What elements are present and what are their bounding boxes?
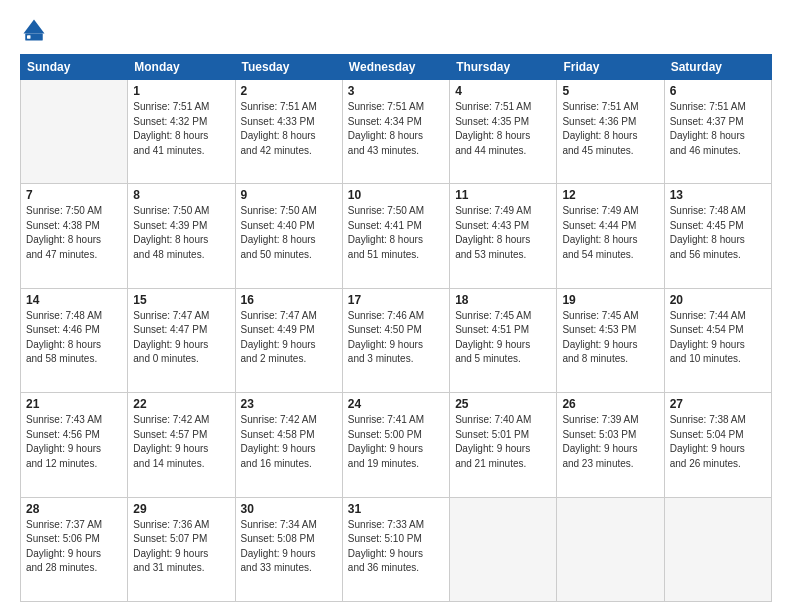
- cell-info-line: Sunset: 4:57 PM: [133, 428, 229, 443]
- cell-info-line: Daylight: 8 hours: [26, 338, 122, 353]
- calendar-day-header: Wednesday: [342, 55, 449, 80]
- day-number: 10: [348, 188, 444, 202]
- cell-info-line: Sunset: 4:44 PM: [562, 219, 658, 234]
- day-number: 9: [241, 188, 337, 202]
- calendar-cell: [21, 80, 128, 184]
- cell-info-line: Sunset: 4:53 PM: [562, 323, 658, 338]
- cell-info-line: Daylight: 8 hours: [562, 233, 658, 248]
- calendar-week-row: 7Sunrise: 7:50 AMSunset: 4:38 PMDaylight…: [21, 184, 772, 288]
- cell-info-line: Sunset: 4:45 PM: [670, 219, 766, 234]
- calendar-cell: 4Sunrise: 7:51 AMSunset: 4:35 PMDaylight…: [450, 80, 557, 184]
- cell-info-line: and 26 minutes.: [670, 457, 766, 472]
- cell-info-line: Daylight: 9 hours: [348, 547, 444, 562]
- calendar-cell: 27Sunrise: 7:38 AMSunset: 5:04 PMDayligh…: [664, 393, 771, 497]
- cell-info-line: Sunrise: 7:50 AM: [241, 204, 337, 219]
- cell-info-line: Daylight: 8 hours: [241, 129, 337, 144]
- cell-info-line: Daylight: 9 hours: [562, 442, 658, 457]
- cell-info-line: Sunrise: 7:46 AM: [348, 309, 444, 324]
- cell-info-line: Sunset: 5:08 PM: [241, 532, 337, 547]
- cell-info-line: and 12 minutes.: [26, 457, 122, 472]
- cell-info-line: Sunset: 4:51 PM: [455, 323, 551, 338]
- cell-info-line: Daylight: 8 hours: [455, 129, 551, 144]
- cell-info-line: Daylight: 9 hours: [26, 547, 122, 562]
- day-number: 20: [670, 293, 766, 307]
- cell-info-line: and 51 minutes.: [348, 248, 444, 263]
- cell-info-line: Daylight: 9 hours: [670, 442, 766, 457]
- day-number: 15: [133, 293, 229, 307]
- calendar-cell: 10Sunrise: 7:50 AMSunset: 4:41 PMDayligh…: [342, 184, 449, 288]
- calendar-cell: 8Sunrise: 7:50 AMSunset: 4:39 PMDaylight…: [128, 184, 235, 288]
- day-number: 30: [241, 502, 337, 516]
- cell-info-line: Sunset: 4:58 PM: [241, 428, 337, 443]
- cell-info-line: and 41 minutes.: [133, 144, 229, 159]
- day-number: 6: [670, 84, 766, 98]
- cell-info-line: and 2 minutes.: [241, 352, 337, 367]
- cell-info-line: Daylight: 9 hours: [455, 442, 551, 457]
- cell-info-line: Sunrise: 7:43 AM: [26, 413, 122, 428]
- calendar-cell: 6Sunrise: 7:51 AMSunset: 4:37 PMDaylight…: [664, 80, 771, 184]
- calendar-cell: 17Sunrise: 7:46 AMSunset: 4:50 PMDayligh…: [342, 288, 449, 392]
- cell-info-line: Sunrise: 7:42 AM: [241, 413, 337, 428]
- day-number: 18: [455, 293, 551, 307]
- day-number: 29: [133, 502, 229, 516]
- day-number: 14: [26, 293, 122, 307]
- calendar-cell: 2Sunrise: 7:51 AMSunset: 4:33 PMDaylight…: [235, 80, 342, 184]
- cell-info-line: Sunset: 4:40 PM: [241, 219, 337, 234]
- calendar-cell: [664, 497, 771, 601]
- day-number: 23: [241, 397, 337, 411]
- cell-info-line: and 23 minutes.: [562, 457, 658, 472]
- cell-info-line: Daylight: 8 hours: [455, 233, 551, 248]
- day-number: 12: [562, 188, 658, 202]
- cell-info-line: Sunrise: 7:45 AM: [562, 309, 658, 324]
- cell-info-line: Sunset: 4:50 PM: [348, 323, 444, 338]
- day-number: 28: [26, 502, 122, 516]
- cell-info-line: Daylight: 8 hours: [348, 233, 444, 248]
- cell-info-line: and 33 minutes.: [241, 561, 337, 576]
- calendar-cell: 19Sunrise: 7:45 AMSunset: 4:53 PMDayligh…: [557, 288, 664, 392]
- cell-info-line: and 10 minutes.: [670, 352, 766, 367]
- svg-marker-0: [24, 20, 45, 34]
- cell-info-line: and 8 minutes.: [562, 352, 658, 367]
- cell-info-line: Sunset: 4:46 PM: [26, 323, 122, 338]
- calendar-cell: 23Sunrise: 7:42 AMSunset: 4:58 PMDayligh…: [235, 393, 342, 497]
- calendar-cell: 21Sunrise: 7:43 AMSunset: 4:56 PMDayligh…: [21, 393, 128, 497]
- day-number: 11: [455, 188, 551, 202]
- cell-info-line: Sunset: 4:41 PM: [348, 219, 444, 234]
- calendar-cell: 24Sunrise: 7:41 AMSunset: 5:00 PMDayligh…: [342, 393, 449, 497]
- calendar-day-header: Saturday: [664, 55, 771, 80]
- day-number: 16: [241, 293, 337, 307]
- cell-info-line: and 5 minutes.: [455, 352, 551, 367]
- cell-info-line: and 56 minutes.: [670, 248, 766, 263]
- day-number: 26: [562, 397, 658, 411]
- calendar-day-header: Sunday: [21, 55, 128, 80]
- day-number: 5: [562, 84, 658, 98]
- calendar-cell: 30Sunrise: 7:34 AMSunset: 5:08 PMDayligh…: [235, 497, 342, 601]
- calendar-cell: 9Sunrise: 7:50 AMSunset: 4:40 PMDaylight…: [235, 184, 342, 288]
- cell-info-line: Daylight: 9 hours: [133, 442, 229, 457]
- cell-info-line: and 21 minutes.: [455, 457, 551, 472]
- cell-info-line: and 31 minutes.: [133, 561, 229, 576]
- calendar-week-row: 28Sunrise: 7:37 AMSunset: 5:06 PMDayligh…: [21, 497, 772, 601]
- day-number: 25: [455, 397, 551, 411]
- cell-info-line: Sunset: 4:32 PM: [133, 115, 229, 130]
- cell-info-line: and 58 minutes.: [26, 352, 122, 367]
- calendar-cell: 3Sunrise: 7:51 AMSunset: 4:34 PMDaylight…: [342, 80, 449, 184]
- cell-info-line: Sunset: 5:03 PM: [562, 428, 658, 443]
- calendar-cell: 12Sunrise: 7:49 AMSunset: 4:44 PMDayligh…: [557, 184, 664, 288]
- cell-info-line: and 36 minutes.: [348, 561, 444, 576]
- cell-info-line: Daylight: 8 hours: [562, 129, 658, 144]
- cell-info-line: Daylight: 9 hours: [241, 338, 337, 353]
- cell-info-line: Daylight: 8 hours: [133, 129, 229, 144]
- day-number: 13: [670, 188, 766, 202]
- cell-info-line: Sunrise: 7:40 AM: [455, 413, 551, 428]
- calendar-cell: 26Sunrise: 7:39 AMSunset: 5:03 PMDayligh…: [557, 393, 664, 497]
- day-number: 19: [562, 293, 658, 307]
- cell-info-line: Sunrise: 7:48 AM: [670, 204, 766, 219]
- calendar-day-header: Friday: [557, 55, 664, 80]
- cell-info-line: Sunrise: 7:49 AM: [455, 204, 551, 219]
- cell-info-line: Sunset: 4:35 PM: [455, 115, 551, 130]
- cell-info-line: Daylight: 9 hours: [133, 547, 229, 562]
- cell-info-line: and 53 minutes.: [455, 248, 551, 263]
- cell-info-line: Sunset: 4:54 PM: [670, 323, 766, 338]
- calendar-week-row: 1Sunrise: 7:51 AMSunset: 4:32 PMDaylight…: [21, 80, 772, 184]
